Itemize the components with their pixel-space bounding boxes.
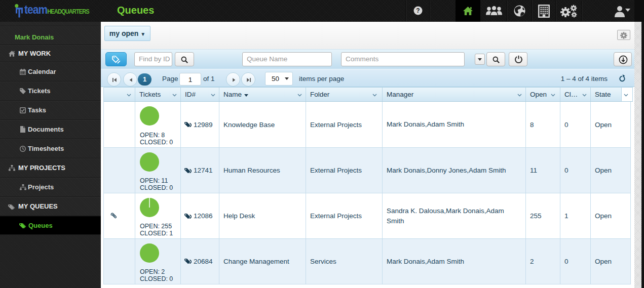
svg-text:?: ?: [416, 7, 420, 14]
